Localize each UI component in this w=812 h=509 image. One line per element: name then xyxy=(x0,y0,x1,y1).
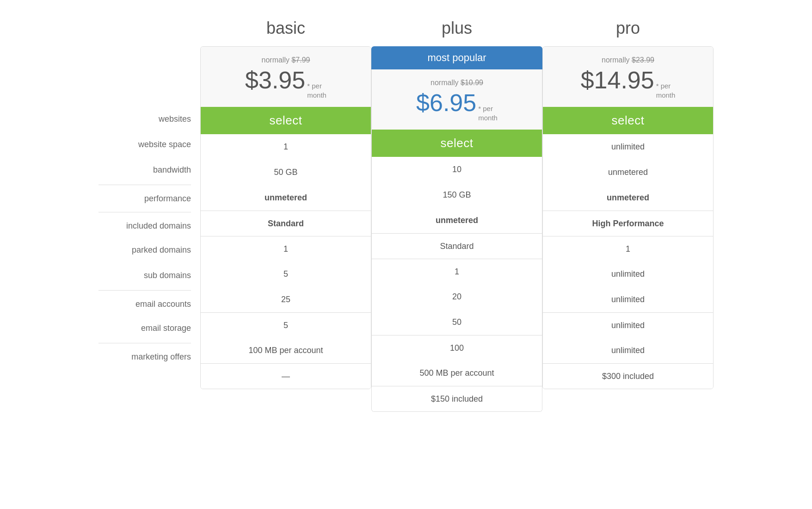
plan-pro-parked-domains: unlimited xyxy=(543,261,713,287)
plan-pro-performance: High Performance xyxy=(543,211,713,236)
plan-basic-website-space: 50 GB xyxy=(201,160,371,185)
plan-basic-sub-domains: 25 xyxy=(201,287,371,312)
label-bandwidth: bandwidth xyxy=(98,157,191,183)
plan-pro-pricing: normally $23.99 $14.95 * permonth xyxy=(543,47,713,107)
plan-basic-price: $3.95 xyxy=(245,66,305,94)
plan-plus-features: 10 150 GB unmetered Standard 1 20 50 100… xyxy=(372,157,542,411)
plan-plus-sub-domains: 50 xyxy=(372,310,542,335)
plan-plus-normally: normally $10.99 xyxy=(379,79,535,87)
plan-plus-marketing-offers: $150 included xyxy=(372,386,542,411)
label-performance: performance xyxy=(98,185,191,210)
plan-plus-email-accounts: 100 xyxy=(372,335,542,360)
plan-plus-price: $6.95 xyxy=(416,89,476,117)
plan-pro-name: pro xyxy=(616,14,640,46)
feature-labels-column: websites website space bandwidth perform… xyxy=(98,14,200,368)
plan-pro-marketing-offers: $300 included xyxy=(543,363,713,389)
plan-pro: pro normally $23.99 $14.95 * permonth se… xyxy=(542,14,714,389)
plan-basic: basic normally $7.99 $3.95 * permonth se… xyxy=(200,14,371,389)
plan-plus: plus most popular normally $10.99 $6.95 … xyxy=(371,14,542,412)
plan-plus-price-suffix: * permonth xyxy=(478,104,498,122)
plan-pro-website-space: unmetered xyxy=(543,160,713,185)
plan-basic-performance: Standard xyxy=(201,211,371,236)
plan-plus-included-domains: 1 xyxy=(372,259,542,284)
plan-basic-parked-domains: 5 xyxy=(201,261,371,287)
label-included-domains: included domains xyxy=(98,212,191,237)
plan-plus-parked-domains: 20 xyxy=(372,284,542,310)
plan-basic-features: 1 50 GB unmetered Standard 1 5 25 5 100 … xyxy=(201,134,371,389)
plan-plus-bandwidth: unmetered xyxy=(372,208,542,233)
plan-basic-included-domains: 1 xyxy=(201,236,371,261)
plan-pro-select-button[interactable]: select xyxy=(543,107,713,134)
plan-plus-pricing: normally $10.99 $6.95 * permonth xyxy=(372,69,542,130)
plan-basic-normally: normally $7.99 xyxy=(208,56,363,64)
plan-plus-email-storage: 500 MB per account xyxy=(372,360,542,386)
label-parked-domains: parked domains xyxy=(98,237,191,263)
plan-plus-performance: Standard xyxy=(372,233,542,259)
pricing-table: websites website space bandwidth perform… xyxy=(82,14,730,412)
plan-basic-price-line: $3.95 * permonth xyxy=(208,66,363,99)
plan-basic-bandwidth: unmetered xyxy=(201,185,371,211)
plan-plus-original-price: $10.99 xyxy=(461,79,483,87)
plan-basic-websites: 1 xyxy=(201,134,371,160)
plan-pro-websites: unlimited xyxy=(543,134,713,160)
plan-basic-original-price: $7.99 xyxy=(291,56,310,64)
plan-pro-included-domains: 1 xyxy=(543,236,713,261)
plan-basic-pricing: normally $7.99 $3.95 * permonth xyxy=(201,47,371,107)
plan-plus-card: normally $10.99 $6.95 * permonth select … xyxy=(371,69,542,412)
plan-pro-normally: normally $23.99 xyxy=(550,56,706,64)
plan-plus-website-space: 150 GB xyxy=(372,182,542,208)
plan-pro-features: unlimited unmetered unmetered High Perfo… xyxy=(543,134,713,389)
plan-plus-select-button[interactable]: select xyxy=(372,130,542,157)
plan-pro-price-suffix: * permonth xyxy=(656,81,676,99)
plan-plus-price-line: $6.95 * permonth xyxy=(379,89,535,122)
label-marketing-offers: marketing offers xyxy=(98,343,191,368)
plan-plus-websites: 10 xyxy=(372,157,542,182)
plan-basic-card: normally $7.99 $3.95 * permonth select 1… xyxy=(200,46,371,389)
plan-basic-marketing-offers: — xyxy=(201,363,371,389)
plan-pro-card: normally $23.99 $14.95 * permonth select… xyxy=(542,46,714,389)
label-website-space: website space xyxy=(98,132,191,157)
plan-pro-email-accounts: unlimited xyxy=(543,312,713,338)
plan-pro-bandwidth: unmetered xyxy=(543,185,713,211)
label-email-storage: email storage xyxy=(98,316,191,341)
plan-pro-price: $14.95 xyxy=(581,66,654,94)
plan-basic-price-suffix: * permonth xyxy=(307,81,326,99)
plan-basic-select-button[interactable]: select xyxy=(201,107,371,134)
label-websites: websites xyxy=(98,106,191,132)
plan-plus-badge: most popular xyxy=(371,46,542,69)
plan-basic-email-accounts: 5 xyxy=(201,312,371,338)
plan-pro-original-price: $23.99 xyxy=(632,56,654,64)
plan-pro-sub-domains: unlimited xyxy=(543,287,713,312)
plans-container: basic normally $7.99 $3.95 * permonth se… xyxy=(200,14,714,412)
plan-plus-name: plus xyxy=(442,14,472,46)
plan-pro-price-line: $14.95 * permonth xyxy=(550,66,706,99)
plan-basic-email-storage: 100 MB per account xyxy=(201,338,371,363)
plan-basic-name: basic xyxy=(266,14,305,46)
label-sub-domains: sub domains xyxy=(98,263,191,288)
plan-pro-email-storage: unlimited xyxy=(543,338,713,363)
label-email-accounts: email accounts xyxy=(98,290,191,316)
